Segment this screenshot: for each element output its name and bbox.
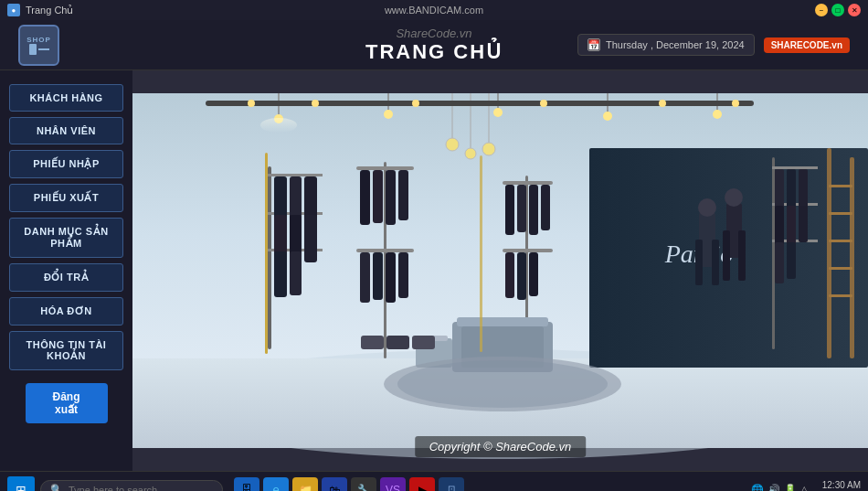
- app-header: SHOP ShareCode.vn TRANG CHỦ 📅 Thursday ,…: [0, 20, 868, 70]
- svg-point-97: [659, 100, 666, 107]
- taskbar-system-icons: 🌐 🔊 🔋 △: [751, 484, 808, 491]
- logo-icon-row: [29, 44, 49, 55]
- svg-rect-84: [712, 240, 719, 285]
- svg-point-21: [482, 143, 495, 155]
- taskbar: ⊞ 🔍 🗄 e 📁 🛍 🔧 VS ▶ ⊡ 🌐: [0, 471, 868, 491]
- calendar-icon: 📅: [587, 38, 600, 51]
- svg-rect-41: [360, 252, 370, 303]
- svg-rect-40: [356, 249, 414, 252]
- taskbar-vs-icon[interactable]: VS: [380, 477, 406, 492]
- svg-rect-92: [206, 101, 754, 106]
- logout-button[interactable]: Đăng xuất: [26, 383, 108, 423]
- svg-rect-100: [480, 155, 482, 352]
- svg-rect-56: [772, 166, 818, 169]
- svg-rect-51: [503, 249, 553, 252]
- svg-rect-89: [361, 336, 384, 349]
- window-controls[interactable]: − □ ✕: [815, 4, 861, 16]
- svg-rect-33: [290, 251, 302, 295]
- battery-icon: 🔋: [784, 484, 797, 491]
- nav-doi-tra[interactable]: ĐỔI TRẢ: [9, 263, 123, 292]
- site-name: ShareCode.vn: [365, 27, 503, 40]
- svg-point-9: [384, 110, 393, 119]
- svg-rect-52: [505, 252, 514, 298]
- svg-point-17: [446, 138, 459, 151]
- header-date: 📅 Thursday , December 19, 2024: [577, 34, 755, 56]
- taskbar-media-icon[interactable]: ▶: [409, 477, 435, 492]
- svg-rect-31: [304, 215, 317, 262]
- svg-point-19: [465, 148, 476, 159]
- svg-rect-32: [274, 251, 287, 297]
- svg-rect-39: [398, 170, 408, 220]
- svg-rect-88: [738, 230, 746, 281]
- close-button[interactable]: ✕: [848, 4, 861, 16]
- nav-nhan-vien[interactable]: NHÂN VIÊN: [9, 117, 123, 144]
- nav-hoa-don[interactable]: HÓA ĐƠN: [9, 297, 123, 326]
- nav-thong-tin-tai-khoan[interactable]: THÔNG TIN TÀI KHOẢN: [9, 331, 123, 370]
- svg-point-95: [412, 100, 419, 107]
- svg-rect-99: [265, 153, 268, 354]
- svg-rect-46: [503, 181, 553, 185]
- header-right: 📅 Thursday , December 19, 2024 SHARECODE…: [577, 34, 850, 56]
- svg-rect-38: [386, 170, 396, 225]
- app-window: SHOP ShareCode.vn TRANG CHỦ 📅 Thursday ,…: [0, 20, 868, 471]
- svg-rect-59: [775, 169, 784, 210]
- logo-shape-1: [29, 44, 37, 55]
- logo-shop-text: SHOP: [26, 36, 51, 44]
- svg-rect-61: [799, 169, 808, 210]
- taskbar-widgets-icon[interactable]: 🗄: [234, 477, 259, 492]
- search-input[interactable]: [69, 485, 206, 492]
- bandicam-watermark: www.BANDICAM.com: [385, 5, 483, 16]
- maximize-button[interactable]: □: [831, 4, 844, 16]
- date-text: Thursday , December 19, 2024: [606, 39, 745, 50]
- nav-danh-muc-san-pham[interactable]: DANH MỤC SẢN PHẨM: [9, 218, 123, 258]
- svg-rect-42: [373, 252, 383, 300]
- taskbar-store-icon[interactable]: 🛍: [322, 477, 347, 492]
- nav-phieu-nhap[interactable]: PHIẾU NHẬP: [9, 150, 123, 178]
- start-button[interactable]: ⊞: [7, 476, 35, 492]
- copyright-text: Copyright © ShareCode.vn: [415, 436, 587, 457]
- taskbar-explorer-icon[interactable]: 📁: [292, 477, 318, 492]
- svg-point-96: [540, 100, 547, 107]
- svg-point-7: [260, 118, 297, 133]
- title-bar-left: ● Trang Chủ: [7, 4, 73, 16]
- taskbar-app-icon[interactable]: ⊡: [439, 477, 464, 492]
- volume-icon: 🔊: [767, 484, 780, 491]
- svg-rect-48: [517, 185, 526, 232]
- svg-point-11: [493, 108, 503, 117]
- notification-icon: △: [800, 484, 808, 491]
- svg-point-15: [713, 110, 722, 119]
- network-icon: 🌐: [751, 484, 764, 491]
- svg-rect-37: [373, 170, 383, 223]
- store-interior-svg: Pantio: [132, 70, 868, 471]
- svg-rect-72: [829, 267, 852, 270]
- taskbar-tools-icon[interactable]: 🔧: [351, 477, 376, 492]
- svg-rect-44: [398, 252, 408, 298]
- svg-rect-47: [505, 185, 514, 235]
- app-icon: ●: [7, 4, 20, 16]
- nav-phieu-xuat[interactable]: PHIẾU XUẤT: [9, 184, 123, 212]
- page-title: TRANG CHỦ: [365, 40, 503, 64]
- svg-rect-69: [829, 185, 852, 187]
- svg-rect-70: [829, 212, 852, 215]
- nav-khach-hang[interactable]: KHÁCH HÀNG: [9, 84, 123, 112]
- svg-rect-65: [775, 242, 784, 283]
- svg-point-86: [725, 188, 743, 207]
- svg-point-93: [248, 100, 255, 107]
- svg-rect-43: [386, 252, 396, 303]
- minimize-button[interactable]: −: [815, 4, 828, 16]
- taskbar-edge-icon[interactable]: e: [263, 477, 289, 492]
- svg-rect-53: [517, 252, 526, 300]
- svg-rect-71: [829, 240, 852, 242]
- taskbar-right: 🌐 🔊 🔋 △ 12:30 AM 12/19/2024: [751, 480, 861, 492]
- header-center: ShareCode.vn TRANG CHỦ: [365, 27, 503, 64]
- svg-rect-62: [775, 206, 784, 247]
- search-bar[interactable]: 🔍: [40, 480, 223, 491]
- svg-rect-54: [529, 252, 538, 296]
- svg-rect-35: [356, 166, 414, 170]
- logo-box: SHOP: [18, 25, 59, 66]
- svg-point-82: [698, 198, 716, 217]
- svg-rect-55: [772, 157, 775, 349]
- taskbar-time-display: 12:30 AM: [815, 480, 861, 490]
- main-content: KHÁCH HÀNG NHÂN VIÊN PHIẾU NHẬP PHIẾU XU…: [0, 70, 868, 471]
- svg-rect-91: [412, 336, 435, 349]
